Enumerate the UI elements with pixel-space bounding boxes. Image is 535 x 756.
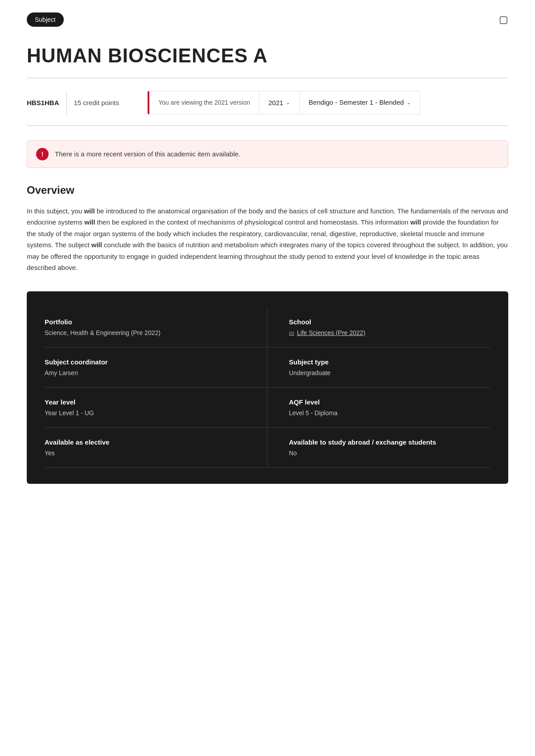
credit-points: 15 credit points xyxy=(74,99,119,106)
coordinator-label: Subject coordinator xyxy=(45,358,246,366)
portfolio-label: Portfolio xyxy=(45,318,246,326)
bookmark-icon[interactable]: ▢ xyxy=(499,14,508,25)
school-label: School xyxy=(289,318,490,326)
study-abroad-value: No xyxy=(289,450,490,457)
coordinator-value: Amy Larsen xyxy=(45,369,246,376)
info-cell-elective: Available as elective Yes xyxy=(45,428,268,468)
location-value: Bendigo - Semester 1 - Blended xyxy=(309,98,403,108)
year-value: 2021 xyxy=(268,99,283,106)
alert-icon: ! xyxy=(36,148,49,160)
subject-type-label: Subject type xyxy=(289,358,490,366)
vertical-divider xyxy=(66,91,67,114)
chevron-down-icon: ⌄ xyxy=(407,98,411,106)
study-abroad-label: Available to study abroad / exchange stu… xyxy=(289,438,490,446)
info-cell-study-abroad: Available to study abroad / exchange stu… xyxy=(268,428,490,468)
year-level-label: Year level xyxy=(45,398,246,406)
info-cell-school: School ▭ Life Sciences (Pre 2022) xyxy=(268,307,490,347)
info-cell-aqf-level: AQF level Level 5 - Diploma xyxy=(268,388,490,428)
alert-banner: ! There is a more recent version of this… xyxy=(27,140,508,168)
info-grid-container: Portfolio Science, Health & Engineering … xyxy=(27,291,508,484)
school-link[interactable]: ▭ Life Sciences (Pre 2022) xyxy=(289,329,490,336)
meta-row: HBS1HBA 15 credit points You are viewing… xyxy=(27,91,508,126)
page-title: HUMAN BIOSCIENCES A xyxy=(27,36,508,78)
chevron-down-icon: ⌄ xyxy=(286,99,290,106)
meta-codes: HBS1HBA 15 credit points xyxy=(27,91,133,114)
subject-type-value: Undergraduate xyxy=(289,369,490,376)
school-value: ▭ Life Sciences (Pre 2022) xyxy=(289,329,490,336)
subject-code: HBS1HBA xyxy=(27,99,59,106)
info-cell-coordinator: Subject coordinator Amy Larsen xyxy=(45,347,268,388)
external-link-icon: ▭ xyxy=(289,329,294,336)
info-cell-year-level: Year level Year Level 1 - UG xyxy=(45,388,268,428)
version-selector-box: You are viewing the 2021 version 2021 ⌄ … xyxy=(148,91,420,114)
subject-badge: Subject xyxy=(27,12,64,27)
alert-message: There is a more recent version of this a… xyxy=(55,150,240,158)
aqf-level-label: AQF level xyxy=(289,398,490,406)
elective-value: Yes xyxy=(45,450,246,457)
overview-heading: Overview xyxy=(27,184,508,196)
elective-label: Available as elective xyxy=(45,438,246,446)
viewing-text: You are viewing the 2021 version xyxy=(149,91,259,114)
year-level-value: Year Level 1 - UG xyxy=(45,409,246,417)
portfolio-value: Science, Health & Engineering (Pre 2022) xyxy=(45,329,246,336)
overview-text: In this subject, you will be introduced … xyxy=(27,205,508,274)
year-dropdown[interactable]: 2021 ⌄ xyxy=(259,91,300,114)
location-dropdown[interactable]: Bendigo - Semester 1 - Blended ⌄ xyxy=(300,91,420,114)
info-cell-subject-type: Subject type Undergraduate xyxy=(268,347,490,388)
info-grid: Portfolio Science, Health & Engineering … xyxy=(45,307,490,468)
info-cell-portfolio: Portfolio Science, Health & Engineering … xyxy=(45,307,268,347)
aqf-level-value: Level 5 - Diploma xyxy=(289,409,490,417)
top-bar: Subject ▢ xyxy=(27,0,508,36)
